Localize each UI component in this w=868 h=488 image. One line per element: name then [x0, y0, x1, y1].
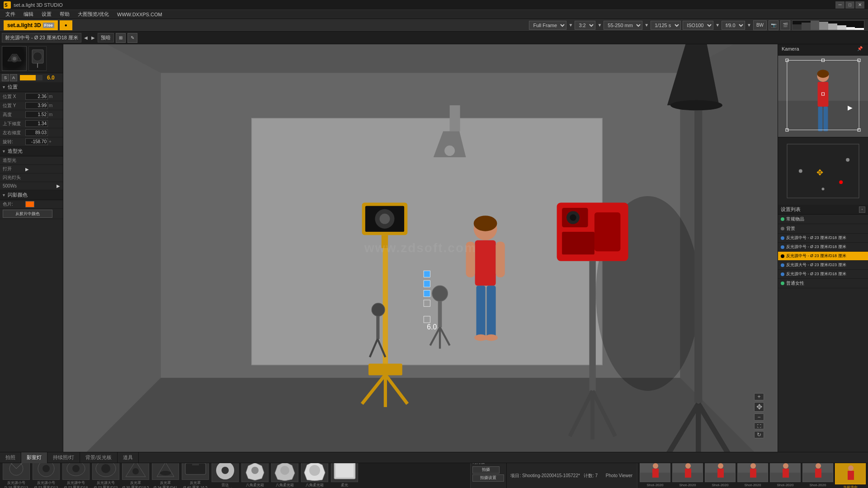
st-grid-btn[interactable]: ⊞	[116, 33, 126, 43]
pos-y-unit: m	[49, 103, 52, 108]
menu-settings[interactable]: 设置	[38, 10, 55, 19]
st-preview-btn[interactable]: 预暗	[98, 33, 114, 42]
minimize-button[interactable]: ─	[835, 1, 844, 9]
light-thumbnails: 反光源小号D 18 厘米/D13 厘… 反光源小号Ø 23 厘米/D13 厘… …	[0, 463, 470, 488]
zoom-out-btn[interactable]: −	[754, 413, 764, 421]
shot-img-current[interactable]	[835, 463, 866, 484]
height-input[interactable]	[25, 111, 48, 118]
power-on-btn[interactable]: S	[2, 74, 9, 81]
st-edit-btn[interactable]: ✎	[127, 33, 137, 43]
iso-select[interactable]: ISO100	[683, 21, 713, 30]
camera-btn[interactable]: 📷	[769, 20, 778, 30]
shot-img-1[interactable]	[640, 463, 670, 482]
menu-website[interactable]: WWW.DXXPS.COM	[113, 11, 166, 18]
svg-rect-117	[685, 469, 691, 478]
pos-x-input[interactable]	[25, 93, 48, 100]
shot-img-3[interactable]	[705, 463, 736, 482]
scene-item-bg[interactable]: 背景	[778, 224, 868, 234]
shutter-select[interactable]: 1/125 s	[651, 21, 681, 30]
light-thumb-img-9[interactable]	[241, 463, 269, 482]
shoot-btn[interactable]: 拍摄	[472, 466, 500, 474]
shape-section-header[interactable]: ▼ 造型光	[0, 146, 63, 156]
light-thumb-img-7[interactable]	[182, 463, 209, 480]
btab-continuous[interactable]: 持续照/灯	[47, 452, 80, 463]
scene-item-light4[interactable]: 反光源大号 - Ø 23 厘米/D23 厘米	[778, 261, 868, 270]
light-thumb-img-2[interactable]	[33, 463, 60, 480]
close-button[interactable]: ✕	[855, 1, 864, 9]
light-thumb-img-1[interactable]	[3, 463, 30, 480]
tilt-ud-label: 上下倾度	[3, 121, 25, 127]
btab-studio[interactable]: 影室灯	[21, 452, 47, 463]
from-center-btn[interactable]: 从胶片中颜色	[3, 210, 52, 218]
svg-point-87	[822, 188, 825, 190]
menu-file[interactable]: 文件	[2, 10, 19, 19]
btab-props[interactable]: 道具	[118, 452, 139, 463]
shot-panel: 时间轴 拍摄 拍摄设置 项目: Shooting-20200415-105722…	[470, 463, 868, 488]
shot-img-5[interactable]	[770, 463, 801, 482]
menu-edit[interactable]: 编辑	[20, 10, 37, 19]
pin-btn[interactable]: 📌	[857, 46, 864, 53]
light-thumb-img-4[interactable]	[92, 463, 119, 480]
light-thumb-img-12[interactable]	[331, 463, 358, 482]
power-settings-btn[interactable]: A	[10, 74, 17, 81]
nav-rotate-btn[interactable]: ↻	[754, 431, 764, 438]
menu-preview[interactable]: 大图预览/优化	[74, 10, 113, 19]
shot-img-6[interactable]	[802, 463, 833, 482]
shoot-settings-btn[interactable]: 拍摄设置	[472, 474, 504, 482]
video-btn[interactable]: 🎬	[780, 20, 790, 30]
scene-item-light5[interactable]: 反光源中号 - Ø 23 厘米/D18 厘米	[778, 270, 868, 279]
position-section-header[interactable]: ▼ 位置	[0, 82, 63, 92]
btab-bg[interactable]: 背景/反光板	[80, 452, 118, 463]
rotation-input[interactable]	[25, 138, 48, 145]
focal-select[interactable]: 55-250 mm	[604, 21, 642, 30]
scene-item-general[interactable]: 常规物品	[778, 215, 868, 224]
bw-btn[interactable]: BW	[753, 20, 767, 30]
svg-rect-22	[476, 286, 486, 338]
pos-y-input[interactable]	[25, 102, 48, 109]
shot-img-4[interactable]	[737, 463, 768, 482]
maximize-button[interactable]: □	[845, 1, 854, 9]
light-thumb-img-6[interactable]	[152, 463, 179, 480]
light-thumb-3: 反光源中号Ø 23 厘米/D18 厘…	[61, 463, 90, 488]
scene-item-light3-selected[interactable]: 反光源中号 - Ø 23 厘米/D18 厘米	[778, 252, 868, 261]
svg-point-55	[670, 100, 722, 111]
frame-select[interactable]: Full Frame	[529, 21, 566, 30]
light-thumb-img-5[interactable]	[122, 463, 149, 480]
svg-point-29	[380, 214, 390, 224]
scene-list-expand[interactable]: +	[859, 206, 865, 213]
light-thumb-img-8[interactable]	[212, 463, 239, 482]
scene-item-person[interactable]: 普通女性	[778, 279, 868, 288]
tilt-lr-input[interactable]	[25, 129, 48, 136]
tilt-ud-input[interactable]	[25, 120, 48, 127]
svg-point-6	[33, 52, 42, 61]
bottom-tabs: 拍照 影室灯 持续照/灯 背景/反光板 道具	[0, 452, 868, 463]
svg-rect-23	[487, 286, 496, 338]
light-thumb-img-3[interactable]	[62, 463, 90, 480]
app-icon: S	[4, 1, 11, 9]
ratio-select[interactable]: 3:2	[575, 21, 595, 30]
flash-color-header[interactable]: ▼ 闪影颜色	[0, 190, 63, 200]
scene-item-light2[interactable]: 反光源中号 - Ø 23 厘米/D18 厘米	[778, 243, 868, 252]
modeling-row: 造型光	[0, 156, 63, 165]
light-thumb-img-10[interactable]	[271, 463, 298, 482]
zoom-in-btn[interactable]: +	[754, 393, 764, 400]
color-swatch[interactable]	[25, 201, 34, 207]
menu-help[interactable]: 帮助	[56, 10, 73, 19]
power-slider[interactable]	[20, 75, 42, 80]
zoom-fit-btn[interactable]: ⛶	[754, 422, 764, 429]
svg-point-15	[444, 145, 455, 156]
nav-cross-btn[interactable]: ✥	[754, 402, 764, 412]
shot-img-2[interactable]	[672, 463, 703, 482]
toolbar-icon-yellow[interactable]: ●	[60, 20, 72, 30]
aperture-select[interactable]: f/9.0	[722, 21, 745, 30]
svg-rect-56	[694, 110, 702, 402]
svg-rect-50	[594, 212, 620, 251]
scene-item-light1[interactable]: 反光源中号 - Ø 23 厘米/D18 厘米	[778, 234, 868, 243]
svg-rect-60	[424, 271, 430, 277]
btab-photo[interactable]: 拍照	[0, 452, 21, 463]
scene-svg: 6.0	[63, 44, 778, 452]
light-thumb-img-11[interactable]	[301, 463, 328, 482]
svg-point-101	[222, 467, 229, 474]
viewport[interactable]: ↖ ✎	[63, 44, 778, 452]
scene-list-header: 设置列表 +	[778, 205, 868, 215]
